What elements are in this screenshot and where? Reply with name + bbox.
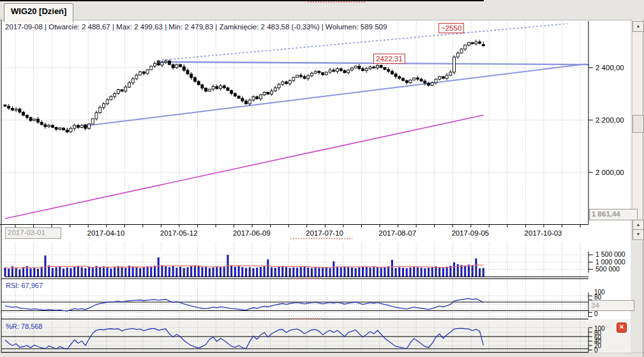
svg-text:2017-08-07: 2017-08-07 (378, 229, 416, 237)
scroll-down-button[interactable]: ▼ (633, 229, 644, 240)
resistance-price-label[interactable]: 2422,31 (373, 54, 405, 64)
svg-text:2 000,00: 2 000,00 (595, 169, 624, 176)
tab-wig20-daily[interactable]: WIG20 [Dzień] (4, 3, 73, 22)
window-right-border (643, 20, 643, 357)
tab-label: WIG20 [Dzień] (11, 6, 66, 16)
ohlc-info-bar: 2017-09-08 | Otwarcie: 2 488,67 | Max: 2… (5, 23, 580, 32)
percent-r-value-label: %R: 78,568 (6, 323, 42, 330)
scroll-up-button[interactable]: ▲ (633, 21, 644, 32)
svg-text:2017-05-12: 2017-05-12 (160, 229, 198, 237)
svg-text:1 000 000: 1 000 000 (595, 258, 625, 266)
crosshair-price-box: 1 861,44 (589, 209, 638, 220)
crosshair-date-box: 2017-03-01 (5, 227, 61, 239)
chart-window: WIG20 [Dzień] 2017-09-08 | Otwarcie: 2 4… (0, 0, 644, 357)
chart-canvas[interactable]: 2 400,002 200,002 000,001 500 0001 000 0… (0, 0, 644, 357)
target-price-label[interactable]: ~2550 (438, 23, 464, 33)
rsi-value-label: RSI: 67,967 (6, 282, 43, 289)
bottom-strip (0, 353, 644, 357)
scrollbar-thumb[interactable] (633, 115, 644, 133)
crosshair-rsi-box: 34 (588, 300, 634, 311)
svg-text:2017-10-03: 2017-10-03 (525, 229, 562, 237)
svg-text:0: 0 (594, 310, 598, 317)
svg-text:1 500 000: 1 500 000 (595, 250, 625, 258)
svg-text:2017-06-09: 2017-06-09 (233, 229, 271, 237)
svg-text:2 200,00: 2 200,00 (595, 116, 624, 124)
close-panel-button[interactable]: ✕ (617, 323, 627, 333)
svg-text:2017-07-10: 2017-07-10 (306, 229, 343, 237)
svg-text:500 000: 500 000 (595, 265, 620, 273)
svg-text:2 400,00: 2 400,00 (595, 64, 624, 72)
svg-text:2017-09-05: 2017-09-05 (451, 229, 489, 237)
svg-text:2017-04-10: 2017-04-10 (87, 229, 125, 237)
